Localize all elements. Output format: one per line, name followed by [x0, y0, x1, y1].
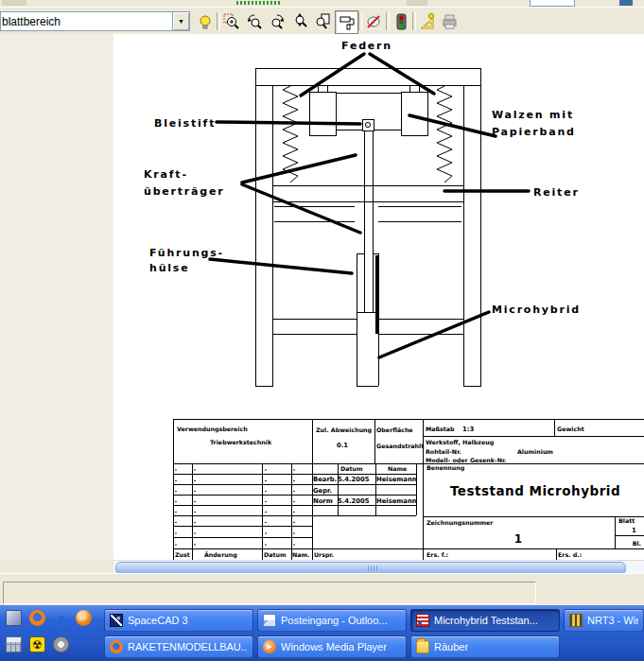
norm-label: Norm [313, 497, 333, 505]
partial-icon [2, 0, 26, 6]
gewicht-label: Gewicht [557, 426, 584, 432]
datum-label: Datum [264, 551, 287, 558]
ers-f-label: Ers. f.: [426, 551, 448, 558]
label-microhybrid: Microhybrid [492, 304, 581, 316]
zoom-dynamic-icon[interactable] [288, 10, 310, 32]
bearb-name: Heisemann [376, 476, 417, 483]
label-walzen-1: Walzen mit [492, 109, 574, 121]
messenger-icon[interactable] [53, 636, 69, 652]
oberflaeche-label: Oberfläche [376, 426, 413, 433]
label-fuehrung-2: hülse [149, 262, 189, 274]
taskbar-button-microhybrid[interactable]: Microhybrid Teststan... [410, 609, 560, 632]
set-square-icon[interactable] [416, 10, 438, 32]
werkstoff-label: Werkstoff, Halbzeug [426, 439, 494, 446]
scrollbar-grip [368, 565, 377, 571]
partial-grid-icon [236, 1, 282, 5]
oberflaeche-value: Gesandstrahlt [376, 443, 424, 449]
radiation-icon[interactable]: ☢ [29, 636, 45, 652]
urspr-label: Urspr. [314, 551, 334, 559]
rohteil-value: Aluminium [517, 448, 553, 455]
norm-datum: 5.4.2005 [338, 497, 370, 505]
blatt-label: Blatt [618, 517, 635, 524]
taskbar-button-outlook[interactable]: Posteingang - Outloo... [257, 609, 407, 632]
taskbar-button-wmp[interactable]: ▶ Windows Media Player [257, 635, 407, 658]
ie-letter: e [58, 611, 63, 626]
norm-name: Heisemann [376, 497, 417, 505]
massstab-value: 1:3 [462, 426, 474, 433]
modell-label: Modell- oder Gesenk-Nr. [426, 457, 507, 463]
play-icon: ▶ [267, 643, 271, 651]
lamp-icon[interactable] [194, 10, 216, 32]
zoom-window-icon[interactable] [220, 10, 242, 32]
firefox-icon [110, 640, 123, 653]
taskbar-button-label: RAKETENMODELLBAU... [128, 641, 248, 652]
massstab-label: Maßstab [426, 426, 455, 432]
zeichnungsnummer-label: Zeichnungsnummer [426, 519, 494, 527]
rohteil-label: Rohteil-Nr. [426, 448, 461, 455]
bl-label: Bl. [633, 540, 641, 547]
partial-color-chip [619, 0, 633, 6]
media-player-icon[interactable] [76, 610, 92, 626]
zul-abweichung-label: Zul. Abweichung [316, 426, 372, 434]
app-window: blattbereich ▼ [0, 0, 644, 661]
internet-explorer-icon[interactable]: e [53, 610, 69, 626]
zeichnungsnummer-value: 1 [514, 532, 522, 546]
zoom-next-icon[interactable] [266, 10, 287, 32]
taskbar-button-label: Microhybrid Teststan... [434, 615, 538, 626]
status-panel [3, 582, 536, 604]
folder-icon [416, 640, 429, 653]
zust-label: Zust [175, 551, 190, 558]
taskbar-button-raketenmodellbau[interactable]: RAKETENMODELLBAU... [104, 635, 253, 658]
taskbar-button-label: Posteingang - Outloo... [281, 615, 388, 626]
label-reiter: Reiter [533, 186, 580, 199]
nam-label: Nam. [292, 551, 309, 558]
bearb-label: Bearb. [313, 476, 337, 483]
radiation-glyph: ☢ [32, 639, 43, 651]
zoom-previous-icon[interactable] [243, 10, 265, 32]
horizontal-scrollbar[interactable] [113, 560, 644, 574]
taskbar-button-label: Windows Media Player [281, 641, 387, 652]
layer-combobox[interactable]: blattbereich ▼ [0, 11, 190, 31]
taskbar: e ☢ SpaceCAD 3 Posteingang - Outloo... M… [0, 605, 644, 661]
layer-combobox-value[interactable]: blattbereich [0, 11, 172, 31]
verwendungsbereich-label: Verwendungsbereich [177, 426, 248, 433]
taskbar-button-nrt3[interactable]: NRT3 - Windo... [564, 609, 644, 632]
verwendungsbereich-value: Triebwerkstechnik [210, 439, 272, 445]
calculator-icon[interactable] [6, 636, 22, 652]
outlook-icon [263, 614, 276, 627]
quick-launch-app-icon[interactable] [6, 610, 22, 626]
firefox-icon[interactable] [29, 610, 45, 626]
status-bar [0, 573, 644, 606]
taskbar-button-spacecad[interactable]: SpaceCAD 3 [104, 609, 253, 632]
taskbar-button-raeuber[interactable]: Räuber [410, 635, 560, 658]
label-kraft-2: überträger [144, 185, 224, 198]
paint-roller-icon[interactable] [335, 10, 358, 34]
datum-header: Datum [340, 465, 363, 472]
label-bleistift: Bleistift [154, 117, 216, 130]
gepr-label: Gepr. [313, 487, 332, 495]
aenderung-label: Änderung [204, 551, 237, 559]
ers-d-label: Ers. d.: [558, 551, 582, 558]
spacecad-icon [110, 614, 123, 627]
page-margin [0, 34, 114, 560]
chevron-down-icon[interactable]: ▼ [172, 11, 190, 31]
drawing-canvas[interactable]: Federn Bleistift Walzen mit Papierband R… [113, 34, 644, 560]
blatt-value: 1 [632, 527, 636, 534]
traffic-light-icon[interactable] [390, 10, 411, 32]
print-preview-icon[interactable] [439, 10, 461, 32]
benennung-label: Benennung [426, 464, 464, 472]
scrollbar-corner [0, 560, 113, 573]
taskbar-button-label: SpaceCAD 3 [128, 615, 188, 626]
zul-abweichung-value: 0.1 [337, 442, 348, 449]
label-federn: Federn [341, 40, 392, 52]
drawing-title: Teststand Microhybrid [450, 483, 620, 498]
bearb-datum: 5.4.2005 [338, 476, 370, 483]
partial-icon [407, 0, 427, 6]
workspace: Federn Bleistift Walzen mit Papierband R… [0, 34, 644, 560]
partial-combobox [530, 0, 575, 7]
document-icon [416, 614, 429, 627]
label-kraft-1: Kraft- [144, 168, 188, 181]
zoom-page-icon[interactable] [311, 10, 333, 32]
label-walzen-2: Papierband [492, 126, 576, 138]
eraser-icon[interactable] [362, 10, 384, 32]
